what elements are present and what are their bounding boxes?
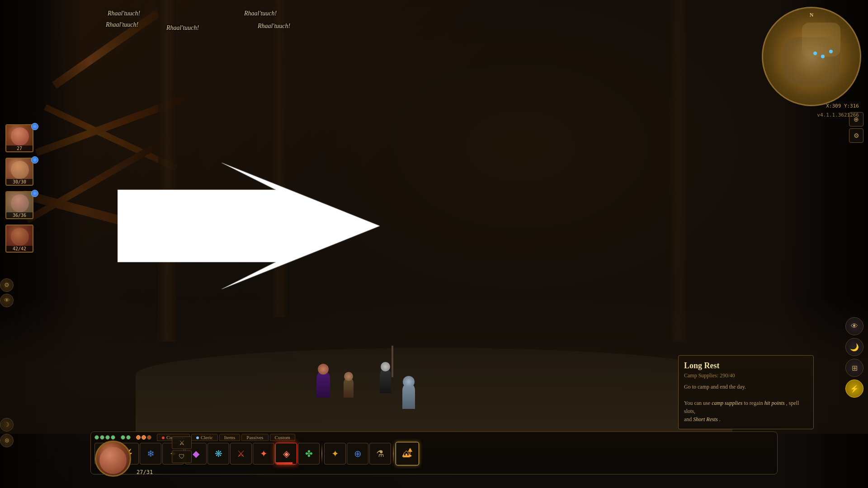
long-rest-icon: 🏕 (402, 448, 412, 460)
slot-icon-12: ⊕ (354, 448, 362, 459)
misc-bottom-btn-1[interactable]: ☽ (0, 418, 14, 432)
portrait-1-hp: 27 (6, 145, 33, 151)
action-slot-10[interactable]: ✤ (298, 443, 320, 465)
slot-icon-8: ✦ (260, 448, 268, 459)
portrait-4-hp: 42/42 (6, 246, 33, 252)
char-hp-display: 27/31 (137, 469, 153, 475)
spell-slot-1-4 (111, 435, 115, 440)
misc-bottom-btn-2[interactable]: ⊛ (0, 434, 14, 447)
active-highlight-btn[interactable]: ⚡ (845, 380, 863, 398)
hud-toggle-btn[interactable]: ⊞ (845, 359, 863, 377)
action-slot-8[interactable]: ✦ (253, 443, 274, 465)
slot-icon-11: ✦ (331, 448, 339, 459)
keyword-short-rests: Short Rests (693, 416, 717, 422)
slot-icon-7: ⚔ (237, 448, 245, 459)
tab-custom[interactable]: Custom (270, 434, 295, 441)
spell-slot-1-3 (105, 435, 110, 440)
long-rest-tooltip: Long Rest Camp Supplies: 290/40 Go to ca… (678, 355, 814, 429)
spell-slot-2-1 (121, 435, 125, 440)
action-slot-7[interactable]: ⚔ (230, 443, 252, 465)
minimap-player-dot-3 (829, 50, 833, 53)
portrait-4[interactable]: 42/42 (5, 225, 33, 253)
portrait-1[interactable]: 27 (5, 124, 33, 152)
minimap-settings-btn[interactable]: ⚙ (849, 128, 863, 143)
slot-icon-6: ❋ (215, 448, 222, 459)
map-coordinates: X:309 Y:316 (826, 103, 859, 109)
spell-slot-1-1 (94, 435, 99, 440)
portrait-3[interactable]: 36/36 (5, 191, 33, 219)
misc-btn-1[interactable]: ⚙ (0, 278, 14, 292)
action-slot-13[interactable]: ⚗ (369, 443, 391, 465)
portrait-2[interactable]: 30/30 (5, 158, 33, 186)
version-text: v4.1.1.3621266 (817, 112, 859, 118)
spell-slot-2-2 (126, 435, 131, 440)
portrait-container-3: 36/36 (5, 191, 37, 223)
tab-items[interactable]: Items (219, 434, 240, 441)
action-bar: Common Cleric Items Passives Custom (90, 432, 778, 474)
left-misc-buttons: ⚙ 👁 (0, 278, 14, 307)
slot-icon-5: ◆ (193, 448, 199, 459)
slot-divider-1 (321, 444, 322, 464)
portrait-container-1: 27 (5, 124, 37, 156)
slot-icon-9-glow: ◈ (283, 448, 290, 459)
long-rest-description: Go to camp and end the day. You can use … (684, 383, 808, 423)
action-slot-9[interactable]: ◈ (275, 443, 297, 465)
perception-toggle-btn[interactable]: 👁 (845, 317, 863, 335)
portrait-1-status (31, 123, 38, 130)
action-slot-11[interactable]: ✦ (324, 443, 346, 465)
slot-icon-10: ✤ (305, 448, 313, 459)
action-slot-12[interactable]: ⊕ (347, 443, 368, 465)
portrait-action-sword[interactable]: ⚔ (172, 436, 192, 449)
spell-slot-special-3 (147, 435, 151, 440)
portrait-container-2: 30/30 (5, 158, 37, 189)
minimap: N (762, 7, 861, 106)
bottom-hud: Common Cleric Items Passives Custom (0, 434, 868, 488)
night-vision-btn[interactable]: 🌙 (845, 338, 863, 356)
action-slots: ⚔ ⚡ ❄ ✦ ◆ ❋ ⚔ ✦ ◈ (93, 442, 775, 465)
slot-icon-13: ⚗ (376, 448, 384, 459)
tab-passives[interactable]: Passives (241, 434, 268, 441)
tab-bar: Common Cleric Items Passives Custom (93, 434, 775, 441)
keyword-camp-supplies: camp supplies (712, 400, 742, 406)
party-panel: 27 30/30 36/36 42/42 (5, 124, 37, 256)
bottom-left-btns: ☽ ⊛ (0, 418, 14, 447)
spell-slot-special-2 (142, 435, 146, 440)
slot-divider-2 (393, 444, 394, 464)
long-rest-slot[interactable]: 🏕 (396, 442, 419, 465)
camp-supplies: Camp Supplies: 290/40 (684, 372, 808, 379)
char-portrait-bottom[interactable] (95, 441, 131, 477)
portrait-2-status (31, 156, 38, 164)
portrait-2-hp: 30/30 (6, 179, 33, 185)
action-slot-6[interactable]: ❋ (208, 443, 229, 465)
portrait-3-hp: 36/36 (6, 212, 33, 218)
spell-slot-1-2 (100, 435, 104, 440)
action-slot-3[interactable]: ❄ (140, 443, 161, 465)
portrait-action-buttons: ⚔ 🛡 (172, 436, 192, 463)
portrait-container-4: 42/42 (5, 225, 37, 256)
misc-btn-2[interactable]: 👁 (0, 294, 14, 307)
spell-slot-special-1 (136, 435, 141, 440)
long-rest-title: Long Rest (684, 361, 808, 371)
tab-cleric[interactable]: Cleric (191, 434, 218, 441)
portrait-3-status (31, 190, 38, 197)
slot-icon-3: ❄ (147, 448, 155, 459)
right-action-buttons: 👁 🌙 ⊞ ⚡ (845, 317, 863, 398)
portrait-action-shield[interactable]: 🛡 (172, 450, 192, 463)
keyword-hit-points: hit points (764, 400, 785, 406)
